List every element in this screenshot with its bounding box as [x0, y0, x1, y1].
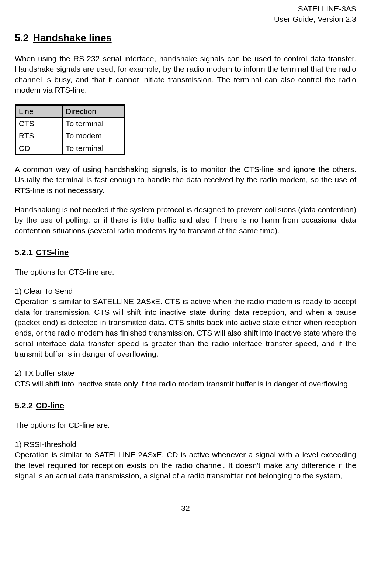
heading-5-2-title: Handshake lines: [33, 32, 112, 44]
table-cell: To terminal: [63, 142, 125, 155]
heading-5-2-1-num: 5.2.1: [15, 247, 33, 258]
table-row: CTS To terminal: [15, 117, 125, 130]
table-header-row: Line Direction: [15, 105, 125, 117]
cts-option-1: 1) Clear To Send Operation is similar to…: [15, 286, 356, 359]
cd-option-1: 1) RSSI-threshold Operation is similar t…: [15, 439, 356, 481]
heading-5-2-2-title: CD-line: [36, 401, 64, 410]
header-line2: User Guide, Version 2.3: [274, 15, 356, 23]
para-handshaking-not-needed: Handshaking is not needed if the system …: [15, 204, 356, 236]
header-right: SATELLINE-3AS User Guide, Version 2.3: [15, 4, 356, 25]
cts-option-1-label: 1) Clear To Send: [15, 287, 73, 295]
table-cell: RTS: [15, 130, 63, 142]
header-line1: SATELLINE-3AS: [298, 4, 356, 13]
para-common: A common way of using handshaking signal…: [15, 164, 356, 196]
heading-5-2: 5.2Handshake lines: [15, 31, 356, 45]
table-cell: To modem: [63, 130, 125, 142]
cts-intro: The options for CTS-line are:: [15, 267, 356, 277]
heading-5-2-num: 5.2: [15, 31, 29, 45]
table-row: CD To terminal: [15, 142, 125, 155]
table-header-direction: Direction: [63, 105, 125, 117]
heading-5-2-2: 5.2.2CD-line: [15, 400, 356, 411]
cts-option-2: 2) TX buffer state CTS will shift into i…: [15, 368, 356, 389]
page-number: 32: [15, 503, 356, 513]
cd-intro: The options for CD-line are:: [15, 420, 356, 430]
cts-option-1-body: Operation is similar to SATELLINE-2ASxE.…: [15, 297, 356, 358]
table-header-line: Line: [15, 105, 63, 117]
handshake-table: Line Direction CTS To terminal RTS To mo…: [15, 104, 125, 155]
heading-5-2-1-title: CTS-line: [36, 248, 69, 257]
heading-5-2-1: 5.2.1CTS-line: [15, 247, 356, 258]
table-cell: CD: [15, 142, 63, 155]
table-cell: To terminal: [63, 117, 125, 130]
table-row: RTS To modem: [15, 130, 125, 142]
table-cell: CTS: [15, 117, 63, 130]
para-intro: When using the RS-232 serial interface, …: [15, 54, 356, 95]
cd-option-1-body: Operation is similar to SATELLINE-2ASxE.…: [15, 450, 356, 480]
cd-option-1-label: 1) RSSI-threshold: [15, 440, 76, 448]
heading-5-2-2-num: 5.2.2: [15, 400, 33, 411]
cts-option-2-body: CTS will shift into inactive state only …: [15, 379, 350, 388]
cts-option-2-label: 2) TX buffer state: [15, 369, 74, 377]
